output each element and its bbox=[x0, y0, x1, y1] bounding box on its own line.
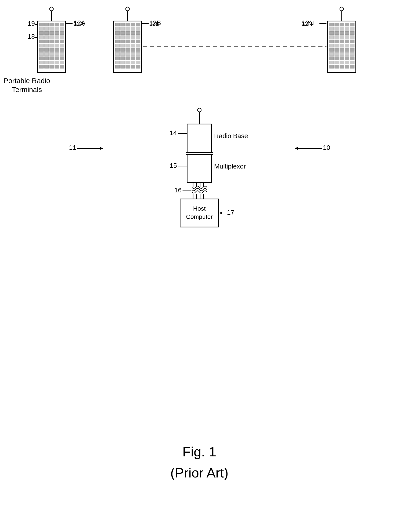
svg-rect-47 bbox=[60, 57, 64, 60]
label-12n: 12N bbox=[302, 21, 312, 27]
svg-rect-38 bbox=[39, 52, 44, 56]
ref-19: 19 bbox=[28, 20, 35, 27]
svg-rect-168 bbox=[350, 61, 354, 64]
svg-rect-95 bbox=[136, 48, 140, 51]
svg-rect-26 bbox=[55, 40, 59, 43]
svg-rect-54 bbox=[44, 65, 49, 68]
svg-rect-144 bbox=[329, 44, 334, 47]
svg-rect-127 bbox=[345, 27, 349, 31]
svg-rect-182 bbox=[187, 124, 212, 152]
svg-rect-170 bbox=[335, 65, 339, 68]
ref-15: 15 bbox=[170, 162, 177, 169]
portable-radio-label2: Terminals bbox=[12, 86, 42, 93]
svg-rect-48 bbox=[39, 61, 44, 64]
svg-rect-112 bbox=[120, 65, 125, 68]
svg-rect-185 bbox=[187, 154, 212, 183]
svg-rect-33 bbox=[39, 48, 44, 51]
svg-rect-85 bbox=[136, 40, 140, 43]
svg-rect-43 bbox=[39, 57, 44, 60]
svg-rect-132 bbox=[345, 31, 349, 35]
svg-rect-104 bbox=[131, 57, 135, 60]
svg-rect-123 bbox=[350, 23, 354, 26]
svg-rect-194 bbox=[180, 199, 219, 227]
svg-rect-65 bbox=[136, 23, 140, 26]
svg-rect-152 bbox=[345, 48, 349, 51]
svg-rect-143 bbox=[350, 40, 354, 43]
svg-rect-134 bbox=[329, 36, 334, 39]
svg-rect-70 bbox=[136, 27, 140, 31]
svg-rect-111 bbox=[115, 65, 120, 68]
svg-rect-5 bbox=[50, 23, 54, 26]
svg-rect-150 bbox=[335, 48, 339, 51]
svg-rect-29 bbox=[44, 44, 49, 47]
svg-rect-12 bbox=[60, 27, 64, 31]
svg-rect-107 bbox=[120, 61, 125, 64]
svg-rect-88 bbox=[126, 44, 130, 47]
svg-rect-37 bbox=[60, 48, 64, 51]
svg-rect-129 bbox=[329, 31, 334, 35]
svg-rect-166 bbox=[340, 61, 344, 64]
ref-16: 16 bbox=[174, 187, 182, 194]
svg-rect-67 bbox=[120, 27, 125, 31]
svg-rect-114 bbox=[131, 65, 135, 68]
svg-rect-169 bbox=[329, 65, 334, 68]
svg-rect-101 bbox=[115, 57, 120, 60]
ref-10: 10 bbox=[323, 144, 330, 151]
svg-rect-32 bbox=[60, 44, 64, 47]
svg-rect-100 bbox=[136, 52, 140, 56]
svg-rect-167 bbox=[345, 61, 349, 64]
svg-rect-23 bbox=[39, 40, 44, 43]
svg-rect-81 bbox=[115, 40, 120, 43]
fig-caption-title: Fig. 1 bbox=[182, 444, 216, 459]
svg-rect-135 bbox=[335, 36, 339, 39]
svg-rect-120 bbox=[335, 23, 339, 26]
label-12b: 12B bbox=[149, 21, 159, 27]
svg-rect-146 bbox=[340, 44, 344, 47]
svg-rect-108 bbox=[126, 61, 130, 64]
svg-rect-130 bbox=[335, 31, 339, 35]
svg-rect-138 bbox=[350, 36, 354, 39]
multiplexor-label: Multiplexor bbox=[214, 163, 246, 170]
svg-rect-165 bbox=[335, 61, 339, 64]
svg-rect-147 bbox=[345, 44, 349, 47]
svg-rect-13 bbox=[39, 31, 44, 35]
svg-rect-14 bbox=[44, 31, 49, 35]
svg-rect-125 bbox=[335, 27, 339, 31]
svg-rect-171 bbox=[340, 65, 344, 68]
svg-rect-71 bbox=[115, 31, 120, 35]
svg-rect-35 bbox=[50, 48, 54, 51]
svg-rect-160 bbox=[335, 57, 339, 60]
svg-rect-96 bbox=[115, 52, 120, 56]
svg-rect-82 bbox=[120, 40, 125, 43]
svg-rect-121 bbox=[340, 23, 344, 26]
svg-rect-90 bbox=[136, 44, 140, 47]
svg-rect-62 bbox=[120, 23, 125, 26]
radio-base-label: Radio Base bbox=[214, 132, 248, 139]
svg-rect-119 bbox=[329, 23, 334, 26]
svg-rect-52 bbox=[60, 61, 64, 64]
svg-rect-151 bbox=[340, 48, 344, 51]
svg-rect-148 bbox=[350, 44, 354, 47]
svg-rect-24 bbox=[44, 40, 49, 43]
svg-rect-157 bbox=[345, 52, 349, 56]
svg-rect-7 bbox=[60, 23, 64, 26]
ref-17: 17 bbox=[227, 209, 234, 216]
svg-rect-51 bbox=[55, 61, 59, 64]
svg-rect-106 bbox=[115, 61, 120, 64]
svg-rect-57 bbox=[60, 65, 64, 68]
host-computer-text-line1: Host bbox=[193, 205, 206, 212]
svg-rect-83 bbox=[126, 40, 130, 43]
svg-rect-140 bbox=[335, 40, 339, 43]
svg-rect-25 bbox=[50, 40, 54, 43]
svg-rect-91 bbox=[115, 48, 120, 51]
svg-rect-164 bbox=[329, 61, 334, 64]
svg-rect-10 bbox=[50, 27, 54, 31]
svg-rect-42 bbox=[60, 52, 64, 56]
svg-rect-41 bbox=[55, 52, 59, 56]
svg-rect-92 bbox=[120, 48, 125, 51]
svg-rect-98 bbox=[126, 52, 130, 56]
svg-rect-113 bbox=[126, 65, 130, 68]
svg-rect-36 bbox=[55, 48, 59, 51]
svg-rect-15 bbox=[50, 31, 54, 35]
svg-rect-109 bbox=[131, 61, 135, 64]
